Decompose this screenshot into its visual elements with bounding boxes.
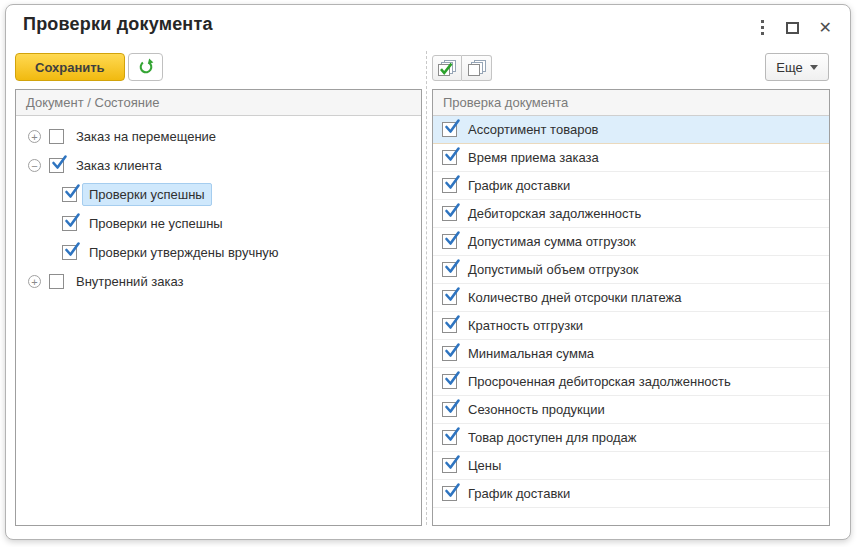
check-list-label: Допустимый объем отгрузок	[468, 262, 639, 277]
check-list-checkbox[interactable]	[442, 262, 457, 277]
save-button[interactable]: Сохранить	[15, 53, 125, 81]
uncheck-all-icon	[467, 59, 487, 78]
check-list-row[interactable]: График доставки	[433, 480, 829, 508]
check-list-checkbox[interactable]	[442, 374, 457, 389]
check-list-row[interactable]: Сезонность продукции	[433, 396, 829, 424]
check-list-checkbox[interactable]	[442, 318, 457, 333]
check-list-row[interactable]: Минимальная сумма	[433, 340, 829, 368]
tree-item[interactable]: +Заказ на перемещение	[16, 122, 421, 151]
check-list-row[interactable]: Количество дней отсрочки платежа	[433, 284, 829, 312]
chevron-down-icon	[810, 65, 818, 70]
more-button[interactable]: Еще	[765, 53, 829, 81]
check-list-label: Просроченная дебиторская задолженность	[468, 374, 731, 389]
check-list-row[interactable]: Допустимый объем отгрузок	[433, 256, 829, 284]
check-list-checkbox[interactable]	[442, 486, 457, 501]
uncheck-all-button[interactable]	[462, 55, 492, 81]
document-state-header: Документ / Состояние	[16, 90, 421, 116]
check-list-checkbox[interactable]	[442, 122, 457, 137]
document-check-header: Проверка документа	[433, 90, 829, 116]
check-list-label: Допустимая сумма отгрузок	[468, 234, 636, 249]
tree-item[interactable]: Проверки успешны	[16, 180, 421, 209]
check-all-button[interactable]	[432, 55, 462, 81]
window-menu-icon[interactable]	[759, 18, 766, 37]
tree-item-label: Заказ клиента	[69, 154, 169, 177]
tree-item[interactable]: Проверки не успешны	[16, 209, 421, 238]
maximize-icon[interactable]	[786, 22, 799, 34]
tree-item-label: Внутренний заказ	[69, 270, 190, 293]
panel-splitter[interactable]	[426, 51, 427, 525]
document-state-tree: +Заказ на перемещение−Заказ клиентаПрове…	[16, 116, 421, 296]
check-list-checkbox[interactable]	[442, 402, 457, 417]
check-list-label: Ассортимент товаров	[468, 122, 599, 137]
check-list-checkbox[interactable]	[442, 458, 457, 473]
refresh-icon	[137, 58, 155, 76]
document-check-list: Ассортимент товаровВремя приема заказаГр…	[433, 116, 829, 508]
check-list-label: Минимальная сумма	[468, 346, 594, 361]
document-check-panel: Проверка документа Ассортимент товаровВр…	[432, 89, 830, 526]
tree-item[interactable]: −Заказ клиента	[16, 151, 421, 180]
check-list-row[interactable]: График доставки	[433, 172, 829, 200]
check-list-checkbox[interactable]	[442, 178, 457, 193]
check-list-checkbox[interactable]	[442, 206, 457, 221]
tree-item-checkbox[interactable]	[62, 216, 77, 231]
app-window: Проверки документа ✕ Сохранить	[5, 4, 851, 540]
tree-item-checkbox[interactable]	[49, 158, 64, 173]
tree-item[interactable]: Проверки утверждены вручную	[16, 238, 421, 267]
check-list-label: Дебиторская задолженность	[468, 206, 641, 221]
tree-item-label: Проверки успешны	[82, 183, 212, 206]
window-controls: ✕	[759, 18, 832, 37]
check-list-checkbox[interactable]	[442, 346, 457, 361]
tree-item-checkbox[interactable]	[49, 129, 64, 144]
check-list-checkbox[interactable]	[442, 290, 457, 305]
check-list-row[interactable]: Время приема заказа	[433, 144, 829, 172]
check-list-label: Кратность отгрузки	[468, 318, 583, 333]
tree-item-checkbox[interactable]	[49, 274, 64, 289]
bulk-check-toolbar	[432, 55, 492, 81]
tree-item-label: Проверки не успешны	[82, 212, 230, 235]
check-list-checkbox[interactable]	[442, 430, 457, 445]
tree-item-label: Проверки утверждены вручную	[82, 241, 286, 264]
check-list-label: Время приема заказа	[468, 150, 599, 165]
check-list-row[interactable]: Цены	[433, 452, 829, 480]
check-list-label: Товар доступен для продаж	[468, 430, 637, 445]
check-list-row[interactable]: Просроченная дебиторская задолженность	[433, 368, 829, 396]
check-list-label: Сезонность продукции	[468, 402, 605, 417]
page-title: Проверки документа	[23, 14, 213, 35]
expand-icon[interactable]: +	[28, 130, 41, 143]
tree-item-label: Заказ на перемещение	[69, 125, 223, 148]
check-list-row[interactable]: Кратность отгрузки	[433, 312, 829, 340]
document-state-panel: Документ / Состояние +Заказ на перемещен…	[15, 89, 422, 526]
check-all-icon	[437, 59, 457, 78]
refresh-button[interactable]	[128, 53, 163, 81]
collapse-icon[interactable]: −	[28, 159, 41, 172]
more-button-label: Еще	[776, 60, 802, 75]
check-list-checkbox[interactable]	[442, 150, 457, 165]
tree-item[interactable]: +Внутренний заказ	[16, 267, 421, 296]
tree-item-checkbox[interactable]	[62, 245, 77, 260]
check-list-label: График доставки	[468, 178, 570, 193]
check-list-label: График доставки	[468, 486, 570, 501]
check-list-row[interactable]: Дебиторская задолженность	[433, 200, 829, 228]
close-icon[interactable]: ✕	[819, 21, 832, 35]
check-list-label: Цены	[468, 458, 501, 473]
screen: Проверки документа ✕ Сохранить	[0, 0, 857, 547]
expand-icon[interactable]: +	[28, 275, 41, 288]
check-list-row[interactable]: Ассортимент товаров	[433, 116, 829, 144]
check-list-row[interactable]: Допустимая сумма отгрузок	[433, 228, 829, 256]
check-list-row[interactable]: Товар доступен для продаж	[433, 424, 829, 452]
check-list-checkbox[interactable]	[442, 234, 457, 249]
tree-item-checkbox[interactable]	[62, 187, 77, 202]
check-list-label: Количество дней отсрочки платежа	[468, 290, 681, 305]
